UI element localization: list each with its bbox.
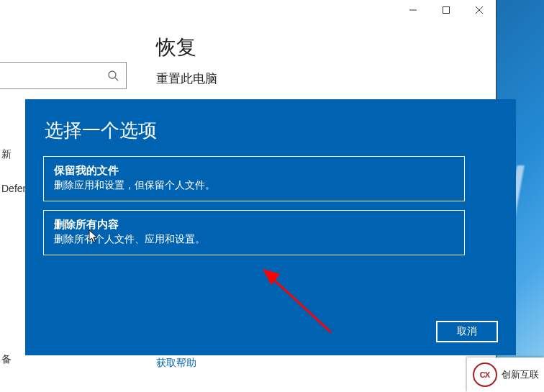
watermark-badge: CX 创新互联 (467, 357, 544, 392)
watermark-label: 创新互联 (502, 368, 539, 381)
section-heading: 重置此电脑 (156, 70, 217, 87)
minimize-button[interactable] (396, 0, 430, 20)
option-remove-everything[interactable]: 删除所有内容 删除所有个人文件、应用和设置。 (43, 210, 465, 255)
search-icon (107, 70, 119, 81)
search-input[interactable] (0, 62, 127, 89)
sidebar-item-partial[interactable]: 新 (1, 148, 12, 161)
option-title: 保留我的文件 (54, 164, 454, 178)
option-description: 删除应用和设置，但保留个人文件。 (54, 179, 454, 192)
maximize-button[interactable] (430, 0, 463, 20)
cancel-button[interactable]: 取消 (436, 321, 498, 342)
close-icon (475, 6, 484, 14)
window-controls (396, 0, 496, 22)
reset-options-dialog: 选择一个选项 保留我的文件 删除应用和设置，但保留个人文件。 删除所有内容 删除… (26, 100, 515, 355)
option-title: 删除所有内容 (54, 218, 454, 232)
svg-line-5 (115, 78, 118, 81)
svg-rect-1 (443, 7, 450, 14)
dialog-title: 选择一个选项 (45, 118, 157, 143)
help-link[interactable]: 获取帮助 (156, 357, 196, 370)
close-button[interactable] (463, 0, 496, 20)
maximize-icon (442, 6, 450, 14)
option-description: 删除所有个人文件、应用和设置。 (54, 233, 454, 246)
option-keep-files[interactable]: 保留我的文件 删除应用和设置，但保留个人文件。 (43, 156, 465, 201)
watermark-logo-icon: CX (473, 363, 497, 387)
svg-point-4 (109, 71, 116, 78)
page-title: 恢复 (156, 34, 196, 61)
sidebar-item-partial[interactable]: 备 (1, 353, 12, 366)
minimize-icon (409, 6, 417, 14)
